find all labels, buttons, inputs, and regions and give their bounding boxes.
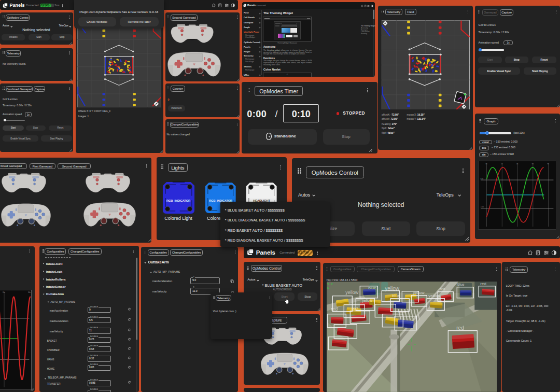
svg-text:red: red bbox=[331, 306, 338, 312]
svg-text:S: S bbox=[327, 286, 329, 290]
svg-text:yellow: yellow bbox=[385, 286, 400, 291]
svg-text:blue: blue bbox=[398, 310, 407, 314]
svg-text:blue: blue bbox=[392, 293, 400, 298]
svg-text:6s: 6s bbox=[531, 163, 534, 165]
svg-text:-1.00: -1.00 bbox=[480, 206, 484, 208]
svg-text:yellow: yellow bbox=[362, 299, 372, 303]
svg-text:0s: 0s bbox=[485, 163, 487, 165]
svg-text:20s: 20s bbox=[3, 291, 5, 293]
svg-text:red: red bbox=[456, 325, 464, 331]
svg-text:red: red bbox=[352, 306, 358, 311]
svg-text:yellow: yellow bbox=[345, 290, 358, 295]
svg-text:1.00: 1.00 bbox=[480, 178, 483, 180]
svg-text:yellow: yellow bbox=[428, 293, 440, 298]
svg-text:4s: 4s bbox=[516, 163, 519, 165]
svg-text:2s: 2s bbox=[501, 163, 503, 165]
svg-text:yellow: yellow bbox=[413, 290, 424, 295]
svg-text:5.2: 5.2 bbox=[327, 283, 333, 286]
svg-text:red: red bbox=[440, 287, 445, 291]
svg-text:30s: 30s bbox=[28, 291, 31, 293]
svg-text:red: red bbox=[480, 282, 486, 286]
svg-text:blue: blue bbox=[457, 283, 464, 286]
svg-text:8s: 8s bbox=[547, 163, 549, 165]
svg-text:blue: blue bbox=[368, 286, 376, 290]
